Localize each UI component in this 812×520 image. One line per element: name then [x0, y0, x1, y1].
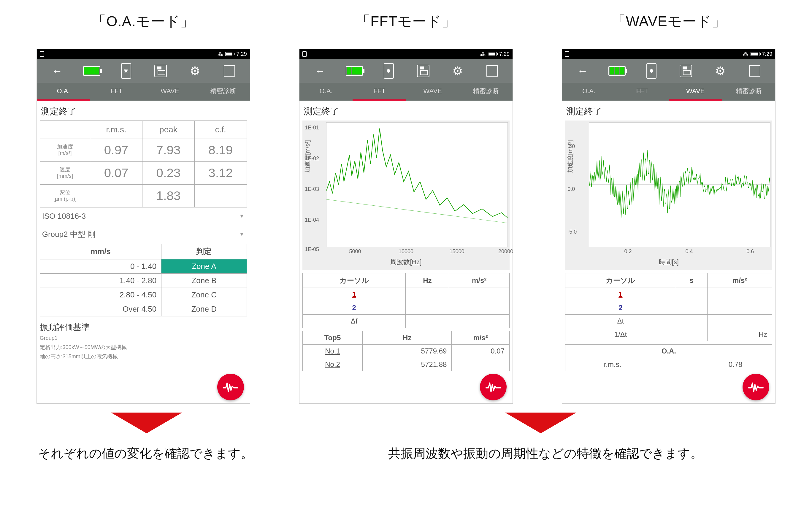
fft-chart[interactable] — [326, 122, 508, 247]
back-button[interactable]: ← — [309, 63, 331, 79]
settings-button[interactable]: ⚙ — [447, 63, 468, 79]
doc-icon — [565, 51, 569, 57]
x-axis-label: 時間[s] — [567, 256, 770, 269]
wave-chart[interactable] — [589, 122, 770, 247]
tab-precise[interactable]: 精密診断 — [459, 83, 513, 101]
x-tick: 5000 — [349, 249, 361, 255]
settings-button[interactable]: ⚙ — [184, 63, 206, 79]
settings-button[interactable]: ⚙ — [710, 63, 731, 79]
measure-status: 測定終了 — [304, 105, 508, 118]
tab-oa[interactable]: O.A. — [562, 83, 615, 101]
tab-precise[interactable]: 精密診断 — [197, 83, 250, 101]
down-arrow-icon — [505, 413, 576, 433]
col-rms: r.m.s. — [90, 121, 142, 139]
phone-oa: ⁂ 7:29 ← ⚙ O.A. FFT WAVE 精密診断 測定終了 — [36, 49, 250, 404]
battery-icon — [225, 52, 234, 56]
y-tick: 0.0 — [568, 186, 575, 192]
tab-fft[interactable]: FFT — [615, 83, 669, 101]
bluetooth-icon: ⁂ — [480, 51, 486, 57]
save-button[interactable] — [413, 63, 434, 79]
tab-precise[interactable]: 精密診断 — [722, 83, 776, 101]
iso-dropdown[interactable]: ISO 10816-3▼ — [40, 207, 247, 225]
chevron-down-icon: ▼ — [239, 231, 244, 237]
device-battery-icon — [81, 63, 102, 79]
wave-chart-area: 加速度[m/s²] 5.0 0.0 -5.0 0.2 0.4 0.6 時間[s] — [565, 121, 772, 270]
measure-fab[interactable] — [217, 374, 244, 400]
waveform-icon — [485, 379, 501, 395]
y-tick: 1E-04 — [305, 217, 319, 223]
toolbar: ← ⚙ — [37, 59, 250, 83]
y-tick: 5.0 — [568, 144, 575, 150]
mode-title-wave: 「WAVEモード」 — [611, 12, 726, 31]
battery-icon — [751, 52, 759, 56]
cursor-table: カーソル s m/s² 1 2 Δt 1/ΔtHz — [565, 273, 772, 341]
statusbar: ⁂ 7:29 — [37, 49, 250, 59]
svg-line-0 — [326, 200, 507, 223]
eval-title: 振動評価基準 — [40, 322, 247, 333]
bt-device-icon — [115, 63, 137, 79]
device-battery-icon — [344, 63, 365, 79]
group-dropdown[interactable]: Group2 中型 剛▼ — [40, 225, 247, 244]
eval-line: 軸の高さ:315mm以上の電気機械 — [40, 353, 247, 361]
toolbar: ← ⚙ — [562, 59, 775, 83]
save-button[interactable] — [675, 63, 697, 79]
down-arrow-icon — [111, 413, 182, 433]
x-tick: 0.6 — [746, 249, 754, 255]
tab-wave[interactable]: WAVE — [406, 83, 460, 101]
save-button[interactable] — [150, 63, 171, 79]
fft-chart-area: 加速度[m/s²] 1E-01 1E-02 1E-03 1E-04 1E-05 — [303, 121, 509, 270]
x-tick: 0.4 — [685, 249, 693, 255]
measure-status: 測定終了 — [566, 105, 771, 118]
tab-fft[interactable]: FFT — [90, 83, 143, 101]
x-tick: 20000 — [498, 249, 513, 255]
device-battery-icon — [606, 63, 628, 79]
clock: 7:29 — [237, 51, 247, 57]
back-button[interactable]: ← — [47, 63, 68, 79]
measurement-table: r.m.s. peak c.f. 加速度[m/s²] 0.97 7.93 8.1… — [40, 121, 247, 207]
eval-line: 定格出力:300kW～50MWの大型機械 — [40, 343, 247, 352]
phone-wave: ⁂ 7:29 ← ⚙ O.A. FFT WAVE 精密診断 測定終了 — [562, 49, 776, 404]
statusbar: ⁂ 7:29 — [299, 49, 513, 59]
statusbar: ⁂ 7:29 — [562, 49, 775, 59]
cursor-table: カーソル Hz m/s² 1 2 Δf — [303, 273, 509, 328]
clock: 7:29 — [762, 51, 772, 57]
waveform-icon — [222, 379, 239, 395]
y-tick: 1E-02 — [305, 155, 319, 161]
battery-icon — [488, 52, 497, 56]
mode-title-fft: 「FFTモード」 — [356, 12, 456, 31]
bluetooth-icon: ⁂ — [217, 51, 223, 57]
toolbar: ← ⚙ — [299, 59, 513, 83]
tab-fft[interactable]: FFT — [352, 83, 406, 101]
measure-status: 測定終了 — [41, 105, 246, 118]
measure-fab[interactable] — [480, 374, 506, 400]
bluetooth-icon: ⁂ — [743, 51, 748, 57]
top5-table: Top5 Hz m/s² No.1 5779.69 0.07 No.2 5721… — [303, 331, 509, 371]
back-button[interactable]: ← — [572, 63, 593, 79]
stop-button[interactable] — [481, 63, 503, 79]
zone-table: mm/s判定 0 - 1.40Zone A 1.40 - 2.80Zone B … — [40, 244, 247, 316]
y-tick: 1E-01 — [305, 125, 319, 131]
clock: 7:29 — [499, 51, 509, 57]
caption-left: それぞれの値の変化を確認できます。 — [18, 445, 273, 462]
tab-wave[interactable]: WAVE — [669, 83, 722, 101]
tab-oa[interactable]: O.A. — [37, 83, 90, 101]
oa-summary-table: O.A. r.m.s. 0.78 — [565, 344, 772, 371]
waveform-icon — [748, 379, 764, 395]
bt-device-icon — [641, 63, 662, 79]
stop-button[interactable] — [219, 63, 240, 79]
y-tick: 1E-03 — [305, 186, 319, 192]
mode-tabs: O.A. FFT WAVE 精密診断 — [562, 83, 775, 101]
col-peak: peak — [142, 121, 195, 139]
col-cf: c.f. — [194, 121, 246, 139]
mode-title-oa: 「O.A.モード」 — [92, 12, 195, 31]
mode-tabs: O.A. FFT WAVE 精密診断 — [299, 83, 513, 101]
y-tick: -5.0 — [568, 229, 577, 235]
tab-wave[interactable]: WAVE — [143, 83, 197, 101]
tab-oa[interactable]: O.A. — [299, 83, 353, 101]
x-axis-label: 周波数[Hz] — [304, 256, 508, 269]
measure-fab[interactable] — [742, 374, 769, 400]
bt-device-icon — [378, 63, 399, 79]
eval-line: Group1 — [40, 334, 247, 342]
x-tick: 0.2 — [624, 249, 632, 255]
stop-button[interactable] — [744, 63, 765, 79]
